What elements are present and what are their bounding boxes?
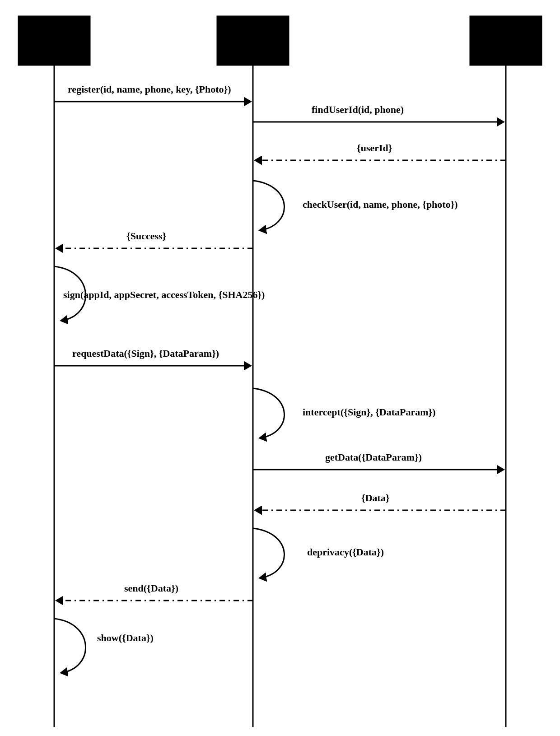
msg-register-label: register(id, name, phone, key, {Photo})	[68, 84, 231, 95]
msg-checkuser-arrow	[253, 181, 285, 230]
msg-sign-label: sign(appId, appSecret, accessToken, {SHA…	[63, 289, 265, 300]
msg-intercept-label: intercept({Sign}, {DataParam})	[303, 406, 436, 418]
msg-success-label: {Success}	[126, 230, 166, 242]
msg-send-label: send({Data})	[124, 582, 178, 594]
msg-show-arrow	[54, 619, 86, 673]
sequence-diagram: register(id, name, phone, key, {Photo}) …	[0, 0, 560, 736]
msg-checkuser-label: checkUser(id, name, phone, {photo})	[303, 199, 458, 210]
msg-deprivacy-arrow	[253, 528, 285, 578]
msg-requestdata-label: requestData({Sign}, {DataParam})	[72, 348, 219, 359]
msg-finduserid-label: findUserId(id, phone)	[312, 104, 404, 115]
msg-intercept-arrow	[253, 388, 285, 438]
msg-userid-label: {userId}	[357, 142, 392, 154]
msg-deprivacy-label: deprivacy({Data})	[307, 546, 384, 558]
participant-box-3	[470, 16, 542, 65]
participant-box-1	[18, 16, 90, 65]
msg-show-label: show({Data})	[97, 632, 154, 643]
msg-getdata-label: getData({DataParam})	[325, 452, 422, 463]
msg-data-label: {Data}	[361, 492, 390, 503]
participant-box-2	[217, 16, 289, 65]
